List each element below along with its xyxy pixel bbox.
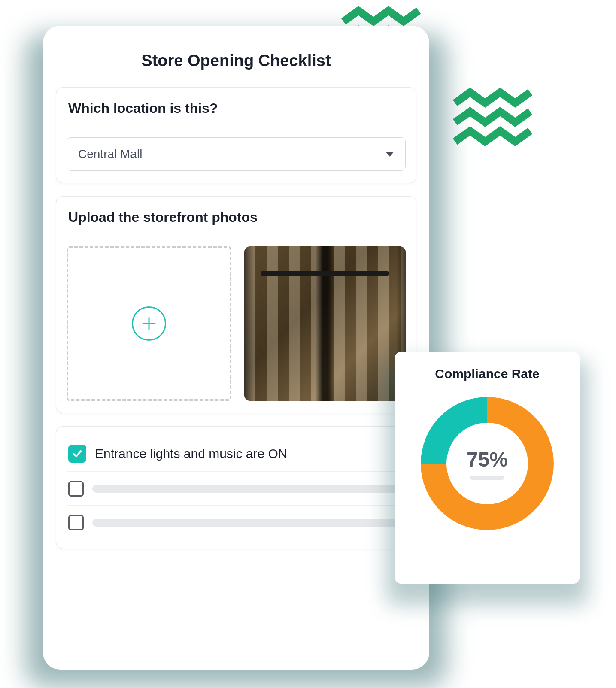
compliance-donut-chart: 75% [414, 391, 560, 536]
placeholder-text [92, 519, 404, 527]
checklist-item-label: Entrance lights and music are ON [95, 446, 288, 461]
compliance-underline [470, 476, 504, 480]
location-question: Which location is this? [68, 100, 404, 116]
location-select[interactable]: Central Mall [67, 137, 406, 171]
location-question-header: Which location is this? [56, 88, 416, 127]
location-section: Which location is this? Central Mall [56, 87, 416, 183]
storefront-photo-thumbnail[interactable] [244, 246, 406, 401]
checklist-item [67, 505, 406, 536]
page-title: Store Opening Checklist [56, 52, 416, 70]
checklist-section: Entrance lights and music are ON [56, 426, 416, 549]
upload-header: Upload the storefront photos [56, 197, 416, 236]
checkbox-unchecked[interactable] [68, 481, 84, 497]
checkbox-checked[interactable] [68, 445, 86, 463]
checklist-item [67, 471, 406, 503]
checkbox-unchecked[interactable] [68, 515, 84, 530]
upload-title: Upload the storefront photos [68, 209, 404, 225]
check-icon [72, 448, 83, 459]
checklist-card: Store Opening Checklist Which location i… [43, 26, 429, 670]
compliance-title: Compliance Rate [405, 367, 569, 381]
chevron-down-icon [385, 152, 394, 157]
upload-section: Upload the storefront photos [56, 196, 416, 413]
placeholder-text [92, 485, 404, 493]
zigzag-decor-icon [451, 86, 537, 146]
compliance-card: Compliance Rate 75% [395, 352, 580, 584]
upload-dropzone[interactable] [67, 246, 231, 401]
location-select-value: Central Mall [78, 147, 142, 161]
checklist-item: Entrance lights and music are ON [67, 439, 406, 469]
compliance-value: 75% [467, 448, 508, 471]
plus-icon [132, 306, 166, 341]
